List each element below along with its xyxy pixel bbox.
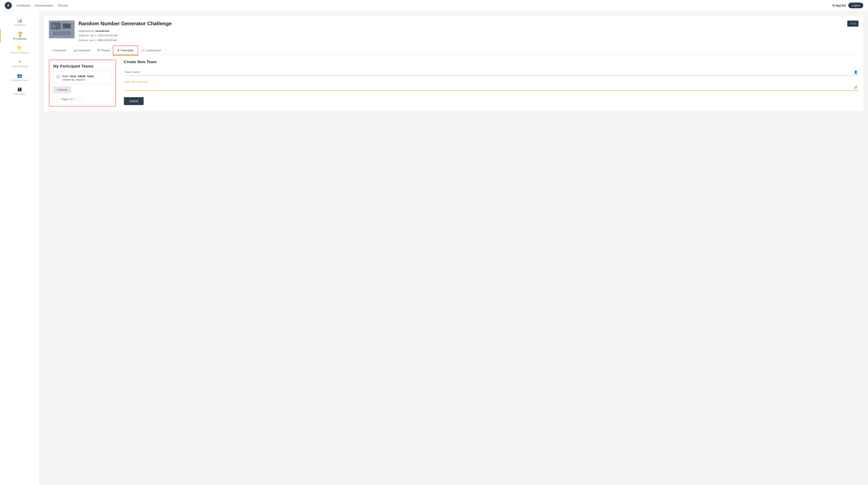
main-nav: Dashboard Documentation Discuss [17, 4, 832, 7]
challenge-tabs: ℹ Overview 📊 Evaluation ⚑ Phases ⬆ Parti… [49, 47, 859, 55]
challenge-card: Random Number Generator Challenge Organi… [44, 16, 863, 111]
tab-overview[interactable]: ℹ Overview [49, 47, 69, 55]
nav-discuss[interactable]: Discuss [58, 4, 68, 7]
nav-documentation[interactable]: Documentation [35, 4, 54, 7]
tab-evaluation[interactable]: 📊 Evaluation [69, 47, 94, 55]
link-icon: 🔗 [854, 86, 858, 89]
team-name: Team: Host_44648_Team [62, 75, 108, 78]
create-team-box: Create New Team 👤 Team URL (Optional) 🔗 … [124, 60, 859, 105]
challenge-header: Random Number Generator Challenge Organi… [49, 21, 859, 42]
sidebar-item-label: Participant Teams [11, 79, 28, 81]
header: A Dashboard Documentation Discuss Hi lkg… [0, 0, 868, 11]
user-greeting: Hi lkg1303 [832, 4, 846, 7]
content-row: My Participant Teams Team: Host_44648_Te… [49, 60, 859, 107]
star-icon: ★ [850, 22, 853, 25]
participant-teams-box: My Participant Teams Team: Host_44648_Te… [49, 60, 116, 107]
team-url-group: Team URL (Optional) 🔗 [124, 80, 859, 91]
leaderboard-icon: 📈 [141, 49, 144, 52]
person-icon: 👤 [854, 70, 858, 74]
create-challenge-icon: ✈ [18, 59, 22, 64]
sidebar-item-label: Host Teams [14, 93, 26, 95]
team-item: Team: Host_44648_Team Created By: lkg130… [53, 72, 112, 84]
team-url-label: Team URL (Optional) [124, 80, 859, 83]
header-right: Hi lkg1303 Logout [832, 3, 863, 8]
submit-button[interactable]: Submit [124, 97, 144, 105]
sidebar-item-dashboard[interactable]: 📊 Dashboard [0, 15, 39, 29]
challenge-meta: Organized by: nounderbar Starts on: Jan … [79, 29, 843, 42]
tab-participate[interactable]: ⬆ Participate [114, 47, 137, 55]
team-name-input[interactable] [124, 69, 859, 76]
sidebar-item-participant-teams[interactable]: 👥 Participant Teams [0, 70, 39, 84]
svg-point-4 [52, 25, 56, 28]
sidebar-item-label: All Challenges [13, 37, 27, 40]
participate-icon: ⬆ [117, 49, 120, 52]
sidebar-item-label: Create Challenge [11, 65, 28, 67]
participant-teams-title: My Participant Teams [53, 64, 112, 68]
continue-button[interactable]: Continue [53, 86, 71, 93]
tab-phases[interactable]: ⚑ Phases [94, 47, 114, 55]
tab-leaderboard[interactable]: 📈 Leaderboard [137, 47, 164, 55]
sidebar-item-label: Hosted Challenges [10, 51, 29, 54]
svg-rect-3 [53, 31, 71, 35]
star-count: 0 [854, 22, 856, 25]
main-content: Random Number Generator Challenge Organi… [39, 11, 868, 485]
create-team-title: Create New Team [124, 60, 859, 64]
team-name-group: 👤 [124, 69, 859, 76]
team-created-by: Created By: lkg1303 [62, 78, 108, 81]
svg-rect-2 [63, 24, 71, 28]
team-url-input[interactable] [124, 84, 859, 91]
dashboard-icon: 📊 [17, 18, 22, 23]
sidebar-item-host-teams[interactable]: 👨‍👩‍👧 Host Teams [0, 84, 39, 98]
hosted-challenges-icon: 📁 [17, 46, 22, 51]
challenge-title: Random Number Generator Challenge [79, 21, 843, 27]
sidebar-item-hosted-challenges[interactable]: 📁 Hosted Challenges [0, 42, 39, 56]
team-info: Team: Host_44648_Team Created By: lkg130… [62, 75, 108, 81]
challenge-image [49, 21, 74, 38]
star-button[interactable]: ★ 0 [847, 21, 859, 27]
logo[interactable]: A [5, 2, 12, 9]
participant-teams-icon: 👥 [17, 73, 22, 78]
page-text: Page 1 of 1 [62, 98, 75, 101]
next-page-button[interactable]: › [77, 96, 83, 102]
host-teams-icon: 👨‍👩‍👧 [17, 87, 22, 92]
team-radio[interactable] [57, 75, 60, 78]
overview-icon: ℹ [53, 49, 54, 52]
all-challenges-icon: 🏆 [18, 32, 23, 37]
username: lkg1303 [836, 4, 846, 7]
layout: 📊 Dashboard 🏆 All Challenges 📁 Hosted Ch… [0, 11, 868, 485]
nav-dashboard[interactable]: Dashboard [17, 4, 30, 7]
evaluation-icon: 📊 [73, 49, 76, 52]
logout-button[interactable]: Logout [848, 3, 863, 8]
pagination: ‹ Page 1 of 1 › [53, 96, 112, 102]
sidebar-item-all-challenges[interactable]: 🏆 All Challenges [0, 29, 39, 42]
sidebar-item-create-challenge[interactable]: ✈ Create Challenge [0, 56, 39, 70]
sidebar-item-label: Dashboard [14, 24, 25, 26]
phases-icon: ⚑ [97, 49, 100, 52]
challenge-info: Random Number Generator Challenge Organi… [79, 21, 843, 42]
sidebar: 📊 Dashboard 🏆 All Challenges 📁 Hosted Ch… [0, 11, 39, 485]
prev-page-button[interactable]: ‹ [53, 96, 59, 102]
